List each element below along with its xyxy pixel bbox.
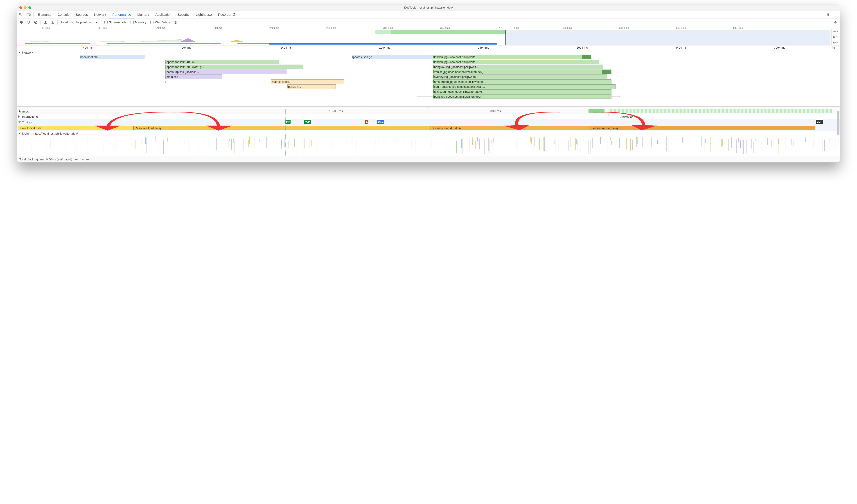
network-request[interactable]: opensans-latin-700.woff2 (l...: [165, 65, 303, 69]
devtools-window: DevTools - localhost.philipwalton.dev/ E…: [17, 4, 840, 163]
panel-settings-icon[interactable]: ⚙: [833, 19, 839, 25]
tab-sources[interactable]: Sources: [73, 11, 91, 18]
perf-toolbar: localhost.philipwalton.... ▾ Screenshots…: [17, 18, 840, 26]
svg-point-2: [20, 21, 23, 23]
network-request[interactable]: bangkok.jpg (localhost.philipwalt...: [433, 65, 603, 69]
inspect-icon[interactable]: [17, 13, 25, 16]
titlebar: DevTools - localhost.philipwalton.dev/: [17, 4, 840, 11]
record-icon[interactable]: [18, 19, 24, 25]
network-request[interactable]: london.jpg (localhost.philipwalto...: [433, 60, 599, 64]
trace-dropdown-label: localhost.philipwalton....: [61, 20, 95, 24]
save-profile-icon[interactable]: [50, 19, 55, 25]
network-track: Network localhost.phi...opensans-latin-4…: [17, 50, 840, 107]
timing-marker-l[interactable]: L: [365, 120, 368, 124]
checkbox-memory[interactable]: Memory: [129, 20, 148, 24]
tab-memory[interactable]: Memory: [134, 11, 152, 18]
clear-icon[interactable]: [33, 19, 39, 25]
trash-icon[interactable]: 🗑: [173, 19, 179, 25]
chevron-down-icon: ▾: [96, 20, 98, 24]
interactions-track[interactable]: Interactions Animation: [17, 114, 840, 119]
overview-selection[interactable]: [505, 30, 831, 45]
settings-icon[interactable]: ⚙: [825, 13, 832, 16]
reload-icon[interactable]: [26, 19, 32, 25]
network-request[interactable]: photos.json (lo...: [352, 55, 433, 59]
window-title: DevTools - localhost.philipwalton.dev/: [17, 6, 840, 9]
lcp-segment[interactable]: Element render delay: [589, 126, 816, 130]
network-waterfall[interactable]: localhost.phi...opensans-latin-400.w...o…: [28, 55, 839, 104]
device-toggle-icon[interactable]: [25, 13, 32, 16]
time-ruler[interactable]: 494 ms994 ms1494 ms1994 ms2494 ms2994 ms…: [17, 46, 840, 50]
frames-track[interactable]: Frames 1050.0 ms 500.0 ms: [17, 109, 840, 114]
network-request[interactable]: localhost.phi...: [80, 55, 145, 59]
network-request[interactable]: sydney.jpg (localhost.philipwalto...: [433, 74, 607, 79]
load-profile-icon[interactable]: [43, 19, 48, 25]
network-request[interactable]: paris.jpg (localhost.philipwalton.dev): [433, 94, 611, 99]
timings-breakdown[interactable]: Time to first byteResource load delayRes…: [17, 125, 840, 131]
panel-tabs: ElementsConsoleSourcesNetworkPerformance…: [17, 11, 840, 18]
network-track-header[interactable]: Network: [17, 50, 840, 55]
tab-recorder[interactable]: Recorder ⚗: [215, 11, 238, 18]
svg-rect-0: [27, 13, 29, 16]
tab-application[interactable]: Application: [152, 11, 175, 18]
network-request[interactable]: perf.js (l...: [287, 84, 336, 89]
svg-line-4: [35, 21, 37, 23]
pane-splitter[interactable]: ⋯: [17, 107, 840, 109]
timings-track[interactable]: Timings FPFCPLDCLLCP: [17, 119, 840, 125]
overview-minimap[interactable]: 494 ms994 ms1494 ms1994 ms2494 ms2994 ms…: [17, 26, 840, 46]
tab-console[interactable]: Console: [54, 11, 73, 18]
network-request[interactable]: amsterdam.jpg (localhost.philipwalton...…: [433, 80, 611, 84]
flamechart-area: Frames 1050.0 ms 500.0 ms Interactions A…: [17, 109, 840, 156]
network-request[interactable]: bootstrap.css (localhos...: [165, 69, 287, 74]
tab-lighthouse[interactable]: Lighthouse: [192, 11, 215, 18]
lcp-segment[interactable]: Resource load duration: [429, 126, 589, 130]
lcp-segment[interactable]: Resource load delay: [133, 126, 429, 130]
network-request[interactable]: venice.jpg (localhost.philipwalton.dev): [433, 69, 611, 74]
timing-marker-dcl[interactable]: DCL: [377, 120, 384, 124]
checkbox-webvitals[interactable]: Web Vitals: [149, 20, 171, 24]
timing-marker-fp[interactable]: FP: [285, 120, 290, 124]
checkbox-screenshots[interactable]: Screenshots: [103, 20, 128, 24]
network-request[interactable]: san-francisco.jpg (localhost.philipwalt.…: [433, 84, 616, 89]
lcp-segment[interactable]: Time to first byte: [18, 126, 133, 130]
network-request[interactable]: main.js (local...: [271, 80, 344, 84]
tab-security[interactable]: Security: [175, 11, 192, 18]
overview-track-labels: FPS CPU NET: [831, 29, 840, 45]
trace-dropdown[interactable]: localhost.philipwalton.... ▾: [60, 19, 99, 25]
network-request[interactable]: main.css ...: [165, 74, 222, 79]
tab-elements[interactable]: Elements: [34, 11, 54, 18]
tab-performance[interactable]: Performance: [109, 11, 134, 18]
svg-rect-1: [29, 14, 30, 16]
status-bar: Total blocking time: 0.00ms (estimated) …: [17, 156, 840, 163]
learn-more-link[interactable]: Learn more: [73, 158, 89, 161]
main-track[interactable]: Main — https://localhost.philipwalton.de…: [17, 131, 840, 156]
network-request[interactable]: london.jpg (localhost.philipwalto...: [433, 55, 591, 59]
timing-marker-lcp[interactable]: LCP: [816, 120, 823, 124]
network-request[interactable]: tokyo.jpg (localhost.philipwalton.dev): [433, 89, 611, 94]
tab-network[interactable]: Network: [91, 11, 109, 18]
frames-label: Frames: [17, 110, 42, 113]
network-request[interactable]: opensans-latin-400.w...: [165, 60, 279, 64]
more-icon[interactable]: ⋮: [832, 13, 840, 16]
scrollbar[interactable]: [837, 111, 839, 135]
timing-marker-fcp[interactable]: FCP: [304, 120, 311, 124]
